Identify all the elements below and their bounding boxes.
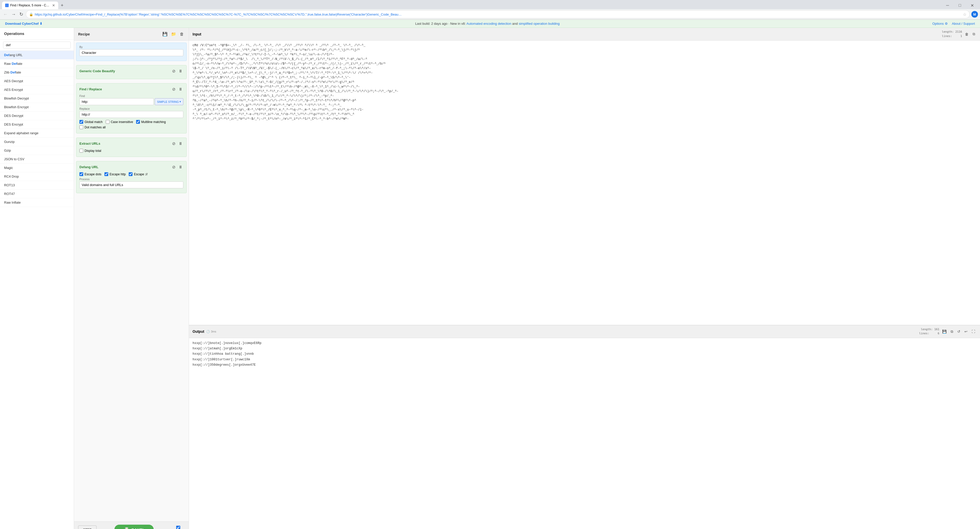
- browser-chrome: Find / Replace, 5 more - CyberC… ✕ + ─ □…: [0, 0, 980, 20]
- global-match-checkbox[interactable]: Global match: [80, 120, 103, 124]
- process-label: Process: [80, 178, 183, 181]
- output-undo-button[interactable]: ↩: [963, 329, 969, 334]
- generic-code-beautify-step: Generic Code Beautify ⊘ ⏸: [76, 65, 187, 79]
- input-copy-button[interactable]: ⧉: [971, 31, 977, 37]
- bake-button[interactable]: 👨‍🍳 BAKE!: [115, 525, 154, 529]
- output-reload-button[interactable]: ↺: [956, 329, 962, 334]
- bake-row: STEP 👨‍🍳 BAKE! Auto Bake: [74, 521, 189, 529]
- eu-toggle-button[interactable]: ⊘: [171, 140, 176, 147]
- sidebar-item-zlib-deflate[interactable]: Zlib Deflate: [0, 68, 74, 77]
- extract-urls-checkboxes: Display total: [80, 149, 183, 153]
- find-row: SIMPLE STRING ▾: [80, 98, 183, 105]
- output-expand-button[interactable]: ⛶: [970, 329, 977, 334]
- input-clear-button[interactable]: 🗑: [964, 32, 970, 37]
- step-button[interactable]: STEP: [78, 526, 97, 529]
- sidebar-item-defang-url[interactable]: Defang URL: [0, 51, 74, 59]
- display-total-checkbox[interactable]: Display total: [80, 149, 101, 153]
- case-insensitive-checkbox[interactable]: Case insensitive: [106, 120, 133, 124]
- fr-toggle-button[interactable]: ⊘: [171, 86, 176, 92]
- du-actions: ⊘ ⏸: [171, 164, 183, 170]
- dot-matches-all-checkbox[interactable]: Dot matches all: [80, 125, 106, 129]
- notification-right: Options ⚙ About / Support: [932, 22, 975, 25]
- escape-http-input[interactable]: [105, 172, 108, 176]
- sidebar-item-gunzip[interactable]: Gunzip: [0, 138, 74, 146]
- sidebar-item-blowfish-encrypt[interactable]: Blowfish Encrypt: [0, 103, 74, 111]
- output-save-button[interactable]: 💾: [941, 329, 948, 334]
- auto-bake-input[interactable]: [176, 526, 180, 529]
- sidebar-item-blowfish-decrypt[interactable]: Blowfish Decrypt: [0, 94, 74, 103]
- find-input[interactable]: [80, 98, 154, 105]
- input-textarea[interactable]: cMd /V:C"se^t -^@^$=-_\^ _/- ^\_ /\-^_ \…: [189, 41, 980, 325]
- new-tab-button[interactable]: +: [59, 2, 65, 9]
- escape-slashes-label: Escape ://: [134, 173, 147, 176]
- encoding-link[interactable]: Automated encoding detection: [466, 22, 511, 25]
- process-input[interactable]: [80, 181, 183, 188]
- recipe-header-title: Recipe: [78, 32, 90, 36]
- load-recipe-button[interactable]: 📁: [170, 31, 177, 37]
- find-type-selector[interactable]: SIMPLE STRING ▾: [155, 98, 183, 105]
- address-bar[interactable]: 🔒 https://gchq.github.io/CyberChef/#reci…: [26, 10, 970, 18]
- du-pause-button[interactable]: ⏸: [178, 164, 183, 170]
- reload-button[interactable]: ↻: [18, 11, 24, 18]
- multiline-input[interactable]: [136, 120, 140, 124]
- sidebar-item-raw-inflate[interactable]: Raw Inflate: [0, 198, 74, 207]
- url-text: https://gchq.github.io/CyberChef/#recipe…: [35, 13, 961, 16]
- sidebar-item-rot13[interactable]: ROT13: [0, 181, 74, 190]
- sidebar-item-des-decrypt[interactable]: DES Decrypt: [0, 111, 74, 120]
- display-total-input[interactable]: [80, 149, 83, 153]
- active-tab[interactable]: Find / Replace, 5 more - CyberC… ✕: [2, 2, 58, 9]
- sidebar-item-rc4-drop[interactable]: RC4 Drop: [0, 172, 74, 181]
- dot-matches-input[interactable]: [80, 125, 83, 129]
- forward-button[interactable]: →: [10, 11, 17, 18]
- maximize-button[interactable]: □: [954, 2, 966, 9]
- fr-pause-button[interactable]: ⏸: [178, 86, 183, 92]
- sidebar-item-rot47[interactable]: ROT47: [0, 190, 74, 198]
- output-copy-button[interactable]: ⧉: [949, 329, 955, 335]
- global-match-input[interactable]: [80, 120, 83, 124]
- gcb-toggle-button[interactable]: ⊘: [171, 68, 176, 74]
- output-header-right: length: 161 lines: 6 💾 ⧉ ↺ ↩ ⛶: [919, 327, 977, 336]
- sidebar-item-magic[interactable]: Magic: [0, 164, 74, 172]
- operation-link[interactable]: simplified operation building: [519, 22, 560, 25]
- profile-avatar[interactable]: M: [971, 11, 978, 17]
- options-link[interactable]: Options ⚙: [932, 22, 948, 25]
- sidebar-item-aes-encrypt[interactable]: AES Encrypt: [0, 86, 74, 94]
- replace-field: Replace: [80, 107, 183, 118]
- sidebar-item-raw-deflate[interactable]: Raw Deflate: [0, 59, 74, 68]
- download-cyberchef-button[interactable]: Download CyberChef ⬇: [5, 22, 42, 25]
- eu-pause-button[interactable]: ⏸: [178, 140, 183, 147]
- by-input[interactable]: [80, 49, 183, 56]
- bookmark-icon[interactable]: ☆: [963, 12, 966, 17]
- case-insensitive-input[interactable]: [106, 120, 110, 124]
- sidebar-item-aes-decrypt[interactable]: AES Decrypt: [0, 77, 74, 86]
- display-total-label: Display total: [84, 149, 101, 153]
- about-support-link[interactable]: About / Support: [952, 22, 975, 25]
- save-recipe-button[interactable]: 💾: [162, 31, 168, 37]
- download-label: Download CyberChef: [5, 22, 38, 25]
- by-label: By: [80, 45, 183, 48]
- gcb-pause-button[interactable]: ⏸: [178, 68, 183, 74]
- escape-dots-input[interactable]: [80, 172, 83, 176]
- clear-recipe-button[interactable]: 🗑: [179, 31, 185, 37]
- close-tab-icon[interactable]: ✕: [52, 3, 55, 7]
- sidebar-item-gzip[interactable]: Gzip: [0, 146, 74, 155]
- recipe-header: Recipe 💾 📁 🗑: [74, 28, 189, 41]
- replace-input[interactable]: [80, 111, 183, 118]
- defang-url-step: Defang URL ⊘ ⏸ Escape dots Escape http E: [76, 161, 187, 193]
- search-input[interactable]: [3, 41, 71, 48]
- sidebar-item-des-encrypt[interactable]: DES Encrypt: [0, 120, 74, 129]
- minimize-button[interactable]: ─: [942, 2, 953, 9]
- close-button[interactable]: ✕: [966, 2, 978, 9]
- du-toggle-button[interactable]: ⊘: [171, 164, 176, 170]
- sidebar-item-expand-alphabet-range[interactable]: Expand alphabet range: [0, 129, 74, 138]
- escape-slashes-input[interactable]: [129, 172, 132, 176]
- lock-icon: 🔒: [29, 13, 33, 16]
- escape-slashes-checkbox[interactable]: Escape ://: [129, 172, 147, 176]
- sidebar-item-json-to-csv[interactable]: JSON to CSV: [0, 155, 74, 164]
- escape-dots-checkbox[interactable]: Escape dots: [80, 172, 101, 176]
- output-content: hxxp[://]bnote[.]novelux[.]comqvE6Rp hxx…: [189, 338, 980, 529]
- find-label: Find: [80, 94, 183, 97]
- escape-http-checkbox[interactable]: Escape http: [105, 172, 126, 176]
- back-button[interactable]: ←: [2, 11, 9, 18]
- multiline-matching-checkbox[interactable]: Multiline matching: [136, 120, 166, 124]
